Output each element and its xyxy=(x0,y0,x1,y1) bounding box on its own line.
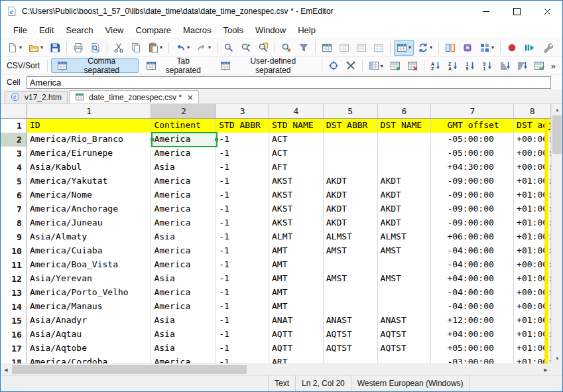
customize-button[interactable]: ▾ xyxy=(477,40,497,56)
grid-cell[interactable] xyxy=(378,356,432,363)
column-header-6[interactable]: 6 xyxy=(378,104,432,118)
wrench-button[interactable] xyxy=(540,40,556,56)
grid-cell[interactable]: Asia/Aqtobe xyxy=(27,342,152,356)
menu-edit[interactable]: Edit xyxy=(33,23,60,37)
delete-column-button[interactable] xyxy=(405,58,420,74)
grid-cell[interactable]: America/Porto_Velho xyxy=(27,286,152,300)
grid-cell[interactable]: AMT xyxy=(269,258,324,272)
undo-button[interactable]: ▾ xyxy=(172,40,192,56)
vertical-scroll-thumb[interactable] xyxy=(552,115,562,154)
vertical-scrollbar[interactable]: ▲ ▼ xyxy=(551,104,562,363)
grid-cell[interactable]: America xyxy=(151,286,216,300)
selected-cell[interactable]: America xyxy=(151,133,216,147)
csv-mode-tab-separated[interactable]: →Tab separated xyxy=(140,58,213,73)
grid-cell[interactable]: AMST xyxy=(378,272,432,286)
scroll-right-button[interactable]: ▶ xyxy=(540,364,551,375)
grid-cell[interactable]: America xyxy=(151,216,216,230)
grid-cell[interactable]: Asia/Yerevan xyxy=(27,272,152,286)
grid-cell[interactable]: -1 xyxy=(216,174,269,188)
grid-cell[interactable]: Asia xyxy=(151,230,216,244)
grid-cell[interactable]: America/Anchorage xyxy=(27,202,152,216)
grid-cell[interactable] xyxy=(324,147,378,161)
sort-ascending-button[interactable]: AZ xyxy=(428,58,444,74)
grid-cell[interactable]: AMT xyxy=(269,300,324,314)
tab-v17-2-htm[interactable]: ev17_2.htm xyxy=(5,91,68,103)
grid-cell[interactable]: AMT xyxy=(269,244,324,258)
reload-encoding-button[interactable]: ▾ xyxy=(415,40,435,56)
save-button[interactable] xyxy=(47,40,63,56)
toolbar-overflow-button[interactable]: » xyxy=(548,61,559,71)
grid-cell[interactable]: America/Boa_Vista xyxy=(27,258,152,272)
grid-cell[interactable]: -1 xyxy=(216,216,269,230)
grid-cell[interactable]: AKDT xyxy=(324,188,378,202)
grid-cell[interactable]: America/Yakutat xyxy=(27,174,152,188)
row-number[interactable]: 14 xyxy=(1,300,27,314)
grid-cell[interactable]: -1 xyxy=(216,356,269,363)
plugins-button[interactable] xyxy=(460,40,475,56)
column-header-8[interactable]: 8 xyxy=(514,104,551,118)
grid-cell[interactable]: -1 xyxy=(216,314,269,328)
close-button[interactable] xyxy=(532,1,562,22)
compare-button[interactable] xyxy=(442,40,458,56)
grid-cell[interactable]: ALMST xyxy=(378,230,432,244)
grid-cell[interactable]: -1 xyxy=(216,300,269,314)
row-number[interactable]: 13 xyxy=(1,286,27,300)
row-number[interactable]: 7 xyxy=(1,202,27,216)
run-macro-button[interactable] xyxy=(521,40,537,56)
grid-cell[interactable]: ART xyxy=(269,356,324,363)
grid-cell[interactable]: -1 xyxy=(216,272,269,286)
grid-cell[interactable]: AMT xyxy=(269,272,324,286)
grid-cell[interactable]: Asia/Aqtau xyxy=(27,328,152,342)
grid-cell[interactable]: -05:00:00 xyxy=(431,147,514,161)
grid-cell[interactable]: -04:00:00 xyxy=(431,300,514,314)
grid-cell[interactable]: AKST xyxy=(269,188,324,202)
grid-cell[interactable]: AKDT xyxy=(324,174,378,188)
row-number[interactable]: 12 xyxy=(1,272,27,286)
grid-cell[interactable]: GMT offset xyxy=(431,119,514,133)
print-preview-button[interactable] xyxy=(88,40,103,56)
grid-cell[interactable]: ANAST xyxy=(378,314,432,328)
grid-cell[interactable] xyxy=(378,147,432,161)
grid-cell[interactable]: ALMT xyxy=(269,230,324,244)
status-mode[interactable]: Text xyxy=(268,375,295,391)
row-number[interactable]: 8 xyxy=(1,216,27,230)
grid-cell[interactable] xyxy=(324,286,378,300)
grid-cell[interactable]: AKST xyxy=(269,216,324,230)
menu-tools[interactable]: Tools xyxy=(218,23,249,37)
open-folder-button[interactable]: ▾ xyxy=(26,40,46,56)
grid-cell[interactable]: -04:00:00 xyxy=(431,286,514,300)
grid-cell[interactable]: AKDT xyxy=(324,216,378,230)
menu-file[interactable]: File xyxy=(7,23,33,37)
menu-help[interactable]: Help xyxy=(292,23,322,37)
grid-cell[interactable]: America/Juneau xyxy=(27,216,152,230)
csv-cell-mode-button[interactable]: ▾ xyxy=(394,40,414,56)
grid-cell[interactable]: +04:00:00 xyxy=(431,272,514,286)
grid-cell[interactable]: -09:00:00 xyxy=(431,216,514,230)
row-number[interactable]: 3 xyxy=(1,147,27,161)
copy-button[interactable] xyxy=(128,40,144,56)
grid-cell[interactable]: America xyxy=(151,147,216,161)
grid-cell[interactable]: -1 xyxy=(216,258,269,272)
grid-cell[interactable]: America xyxy=(151,300,216,314)
grid-cell[interactable]: AMT xyxy=(269,286,324,300)
convert-csv-button[interactable] xyxy=(319,40,335,56)
row-number[interactable]: 1 xyxy=(1,119,27,133)
grid-cell[interactable]: -03:00:00 xyxy=(431,356,514,363)
row-number[interactable]: 17 xyxy=(1,342,27,356)
find-button[interactable] xyxy=(221,40,237,56)
grid-cell[interactable] xyxy=(324,258,378,272)
grid-cell[interactable]: -04:00:00 xyxy=(431,244,514,258)
grid-cell[interactable]: AKDT xyxy=(378,216,432,230)
find-next-button[interactable] xyxy=(238,40,254,56)
grid-cell[interactable] xyxy=(378,258,432,272)
grid-cell[interactable]: STD NAME xyxy=(269,119,324,133)
scroll-left-button[interactable]: ◀ xyxy=(1,364,11,375)
grid-cell[interactable]: AMST xyxy=(378,244,432,258)
maximize-button[interactable] xyxy=(501,1,532,22)
grid-cell[interactable] xyxy=(378,133,432,147)
grid-cell[interactable]: AFT xyxy=(269,161,324,174)
menu-search[interactable]: Search xyxy=(60,23,99,37)
insert-column-button[interactable] xyxy=(387,58,403,74)
grid-cell[interactable]: AKDT xyxy=(378,174,432,188)
grid-cell[interactable]: AQTT xyxy=(269,328,324,342)
